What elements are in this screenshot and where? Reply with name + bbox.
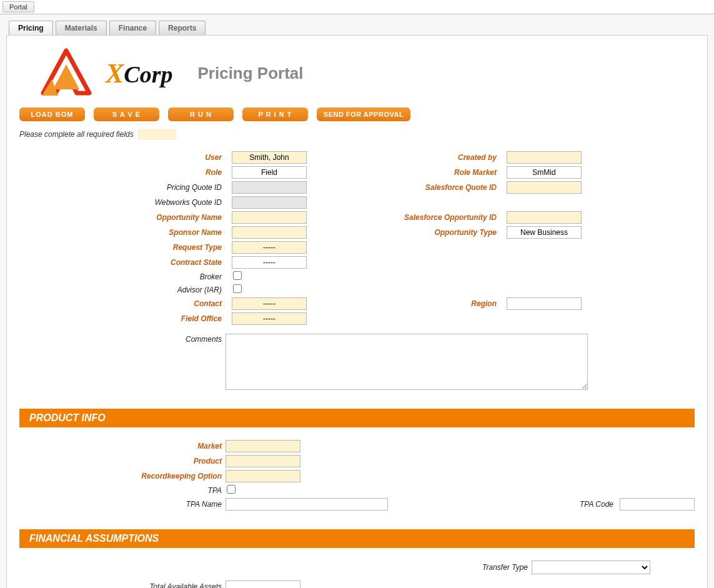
request-type-field[interactable] — [232, 241, 307, 254]
logo-icon — [38, 48, 94, 98]
pricing-quote-id-label: Pricing Quote ID — [26, 183, 226, 192]
save-button[interactable]: S A V E — [94, 107, 159, 121]
product-field[interactable] — [226, 455, 300, 467]
run-button[interactable]: R U N — [168, 107, 234, 121]
total-available-assets-label: Total Available Assets — [26, 582, 226, 588]
sponsor-name-field[interactable] — [232, 226, 307, 239]
salesforce-quote-id-field[interactable] — [507, 181, 582, 194]
region-field[interactable] — [507, 297, 582, 310]
logo: XCorp — [38, 48, 173, 98]
product-label: Product — [26, 457, 226, 466]
advisor-label: Advisor (IAR) — [26, 286, 226, 294]
market-label: Market — [26, 442, 226, 451]
tpa-name-field[interactable] — [226, 498, 388, 511]
webworks-quote-id-label: Webworks Quote ID — [26, 198, 226, 207]
tpa-checkbox[interactable] — [227, 485, 236, 494]
print-button[interactable]: P R I N T — [242, 107, 308, 121]
webworks-quote-id-field[interactable] — [232, 196, 307, 209]
contact-field[interactable] — [232, 297, 307, 310]
opportunity-type-label: Opportunity Type — [313, 228, 500, 237]
tab-finance[interactable]: Finance — [109, 21, 156, 35]
salesforce-quote-id-label: Salesforce Quote ID — [313, 183, 500, 192]
role-market-field[interactable] — [507, 166, 582, 179]
role-label: Role — [26, 168, 226, 177]
portal-button[interactable]: Portal — [2, 1, 34, 12]
field-office-field[interactable] — [232, 312, 307, 325]
tpa-code-field[interactable] — [620, 498, 695, 511]
tab-materials[interactable]: Materials — [56, 21, 107, 35]
role-market-label: Role Market — [313, 168, 500, 177]
financial-assumptions-header: FINANCIAL ASSUMPTIONS — [19, 529, 695, 548]
recordkeeping-option-field[interactable] — [226, 470, 300, 482]
created-by-field[interactable] — [507, 151, 582, 164]
sponsor-name-label: Sponsor Name — [26, 228, 226, 237]
tab-row: Pricing Materials Finance Reports — [6, 21, 708, 35]
comments-textarea[interactable] — [226, 334, 588, 390]
user-field[interactable] — [232, 151, 307, 164]
user-label: User — [26, 153, 226, 162]
load-bom-button[interactable]: LOAD BOM — [19, 107, 85, 121]
contract-state-field[interactable] — [232, 256, 307, 269]
salesforce-opportunity-id-field[interactable] — [507, 211, 582, 224]
role-field[interactable] — [232, 166, 307, 179]
salesforce-opportunity-id-label: Salesforce Opportunity ID — [313, 213, 500, 222]
recordkeeping-option-label: Recordkeeping Option — [26, 472, 226, 481]
tpa-code-label: TPA Code — [388, 500, 620, 509]
tpa-name-label: TPA Name — [26, 500, 226, 509]
market-field[interactable] — [226, 440, 300, 452]
broker-checkbox[interactable] — [233, 271, 242, 280]
page-title: Pricing Portal — [198, 64, 304, 83]
send-for-approval-button[interactable]: SEND FOR APPROVAL — [317, 107, 410, 121]
advisor-checkbox[interactable] — [233, 284, 242, 293]
comments-label: Comments — [26, 334, 226, 344]
pricing-quote-id-field[interactable] — [232, 181, 307, 194]
broker-label: Broker — [26, 272, 226, 281]
opportunity-name-field[interactable] — [232, 211, 307, 224]
product-info-header: PRODUCT INFO — [19, 409, 695, 427]
contact-label: Contact — [26, 299, 226, 308]
logo-text: XCorp — [106, 57, 173, 89]
field-office-label: Field Office — [26, 314, 226, 323]
opportunity-name-label: Opportunity Name — [26, 213, 226, 222]
transfer-type-label: Transfer Type — [425, 563, 532, 572]
created-by-label: Created by — [313, 153, 500, 162]
request-type-label: Request Type — [26, 243, 226, 252]
tab-pricing[interactable]: Pricing — [9, 21, 53, 35]
transfer-type-select[interactable] — [532, 561, 650, 574]
instruction-text: Please complete all required fields — [19, 130, 134, 139]
total-available-assets-field[interactable] — [226, 581, 300, 588]
required-field-swatch-icon — [137, 129, 176, 140]
contract-state-label: Contract State — [26, 258, 226, 267]
tab-reports[interactable]: Reports — [159, 21, 206, 35]
action-bar: LOAD BOM S A V E R U N P R I N T SEND FO… — [19, 107, 695, 121]
tpa-label: TPA — [26, 486, 226, 495]
opportunity-type-field[interactable] — [507, 226, 582, 239]
region-label: Region — [313, 299, 500, 308]
